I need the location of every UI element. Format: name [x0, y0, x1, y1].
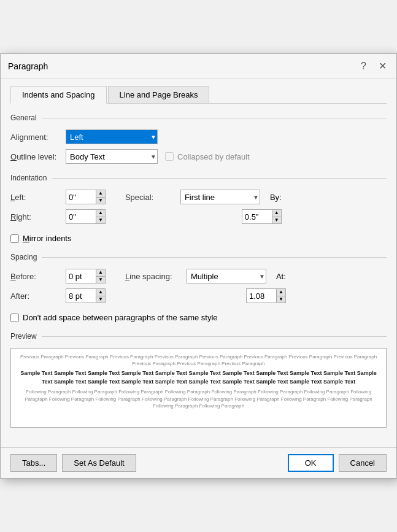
title-bar: Paragraph ? ✕ [1, 54, 396, 79]
set-as-default-button[interactable]: Set As Default [62, 454, 136, 472]
spacing-before-down[interactable]: ▼ [96, 277, 105, 283]
collapsed-label-group: Collapsed by default [165, 152, 250, 161]
tabs-button[interactable]: Tabs... [10, 454, 57, 472]
outline-select-wrapper: Body Text Level 1 Level 2 ▼ [66, 149, 158, 164]
special-label: Special: [125, 193, 180, 202]
spacing-section: Spacing Before: ▲ ▼ [10, 253, 387, 322]
indent-left-input[interactable] [66, 190, 96, 204]
line-spacing-label: Line spacing: [125, 272, 187, 281]
help-button[interactable]: ? [358, 60, 369, 73]
indent-left-spinner: ▲ ▼ [66, 190, 106, 204]
line-spacing-select-wrapper: Single 1.5 lines Double At least Exactly… [187, 269, 266, 283]
spacing-before-label: Before: [10, 272, 66, 281]
line-spacing-col: Line spacing: Single 1.5 lines Double At… [125, 269, 286, 308]
indent-right-label: Right: [10, 212, 66, 222]
indent-special-col: Special: (none) First line Hanging ▼ By [125, 190, 282, 229]
spacing-before-spinner-btns: ▲ ▼ [96, 269, 105, 283]
outline-row: Outline level: Body Text Level 1 Level 2… [10, 149, 387, 164]
at-down[interactable]: ▼ [277, 296, 285, 303]
by-up[interactable]: ▲ [272, 210, 281, 217]
special-select[interactable]: (none) First line Hanging [180, 190, 260, 204]
preview-section: Preview Previous Paragraph Previous Para… [10, 332, 387, 428]
spacing-before-row: Before: ▲ ▼ [10, 269, 106, 283]
tab-bar: Indents and Spacing Line and Page Breaks [10, 86, 387, 104]
indent-right-down[interactable]: ▼ [96, 217, 105, 224]
ok-button[interactable]: OK [288, 454, 334, 472]
spacing-after-label: After: [10, 291, 66, 301]
general-section: General Alignment: Left Centered Right J… [10, 114, 387, 164]
indent-right-up[interactable]: ▲ [96, 210, 105, 217]
special-select-wrapper: (none) First line Hanging ▼ [180, 190, 260, 204]
alignment-row: Alignment: Left Centered Right Justified… [10, 129, 387, 144]
preview-following-text: Following Paragraph Following Paragraph … [17, 388, 380, 409]
mirror-indents-checkbox[interactable] [10, 234, 19, 243]
dialog-title: Paragraph [8, 61, 48, 71]
outline-label: Outline level: [10, 152, 66, 161]
dont-add-space-row: Don't add space between paragraphs of th… [10, 313, 387, 322]
at-spinner-btns: ▲ ▼ [276, 289, 285, 303]
indent-left-down[interactable]: ▼ [96, 198, 105, 204]
at-label: At: [276, 272, 286, 281]
footer-right: OK Cancel [288, 454, 387, 472]
indentation-section-title: Indentation [10, 174, 387, 183]
indent-left-spinner-btns: ▲ ▼ [96, 190, 105, 204]
by-row: ▲ ▼ [125, 209, 282, 224]
collapsed-text: Collapsed by default [177, 152, 250, 161]
mirror-indents-label: Mirror indents [23, 234, 71, 243]
dialog-body: Indents and Spacing Line and Page Breaks… [1, 79, 396, 447]
by-label: By: [270, 193, 282, 202]
indent-right-row: Right: ▲ ▼ [10, 209, 106, 224]
at-spinner: ▲ ▼ [246, 288, 286, 303]
indentation-section: Indentation Left: ▲ ▼ [10, 174, 387, 243]
preview-section-title: Preview [10, 332, 387, 342]
spacing-after-up[interactable]: ▲ [96, 289, 105, 296]
indent-right-spinner-btns: ▲ ▼ [96, 210, 105, 223]
alignment-select-wrapper: Left Centered Right Justified ▼ [66, 129, 158, 144]
outline-select[interactable]: Body Text Level 1 Level 2 [66, 149, 158, 164]
spacing-after-down[interactable]: ▼ [96, 296, 105, 303]
by-spinner: ▲ ▼ [242, 209, 282, 224]
indent-left-row: Left: ▲ ▼ [10, 190, 106, 204]
tab-indents-spacing[interactable]: Indents and Spacing [10, 86, 107, 104]
preview-previous-text: Previous Paragraph Previous Paragraph Pr… [17, 353, 380, 367]
indent-right-spinner: ▲ ▼ [66, 209, 106, 224]
paragraph-dialog: Paragraph ? ✕ Indents and Spacing Line a… [0, 53, 397, 479]
cancel-button[interactable]: Cancel [339, 454, 387, 472]
at-up[interactable]: ▲ [277, 289, 285, 296]
spacing-before-input[interactable] [66, 269, 96, 283]
indent-left-up[interactable]: ▲ [96, 190, 105, 198]
special-row: Special: (none) First line Hanging ▼ By [125, 190, 282, 204]
title-bar-controls: ? ✕ [358, 59, 389, 73]
spacing-before-up[interactable]: ▲ [96, 269, 105, 277]
preview-box: Previous Paragraph Previous Paragraph Pr… [10, 348, 387, 428]
spacing-before-spinner: ▲ ▼ [66, 269, 106, 283]
by-input[interactable] [242, 210, 272, 223]
spacing-section-title: Spacing [10, 253, 387, 263]
mirror-indents-row: Mirror indents [10, 234, 387, 243]
by-spinner-btns: ▲ ▼ [272, 210, 281, 223]
at-value-row: ▲ ▼ [125, 288, 286, 303]
alignment-label: Alignment: [10, 133, 66, 142]
alignment-select[interactable]: Left Centered Right Justified [66, 129, 158, 144]
dont-add-space-label: Don't add space between paragraphs of th… [23, 313, 218, 322]
close-button[interactable]: ✕ [376, 59, 389, 73]
indent-left-right-col: Left: ▲ ▼ Right: [10, 190, 106, 229]
by-down[interactable]: ▼ [272, 217, 281, 224]
spacing-after-spinner-btns: ▲ ▼ [96, 289, 105, 303]
line-spacing-row: Line spacing: Single 1.5 lines Double At… [125, 269, 286, 283]
tab-line-page-breaks[interactable]: Line and Page Breaks [108, 86, 210, 104]
preview-sample-text: Sample Text Sample Text Sample Text Samp… [17, 369, 380, 386]
dont-add-space-checkbox[interactable] [10, 314, 19, 322]
spacing-before-after-col: Before: ▲ ▼ After: [10, 269, 106, 308]
indent-right-input[interactable] [66, 210, 96, 223]
general-section-title: General [10, 114, 387, 123]
spacing-after-row: After: ▲ ▼ [10, 288, 106, 303]
indent-left-label: Left: [10, 193, 66, 202]
spacing-after-spinner: ▲ ▼ [66, 288, 106, 303]
line-spacing-select[interactable]: Single 1.5 lines Double At least Exactly… [187, 269, 266, 283]
at-input[interactable] [247, 289, 276, 303]
collapsed-checkbox[interactable] [165, 152, 174, 161]
footer-left: Tabs... Set As Default [10, 454, 136, 472]
spacing-after-input[interactable] [66, 289, 96, 303]
dialog-footer: Tabs... Set As Default OK Cancel [1, 447, 396, 478]
